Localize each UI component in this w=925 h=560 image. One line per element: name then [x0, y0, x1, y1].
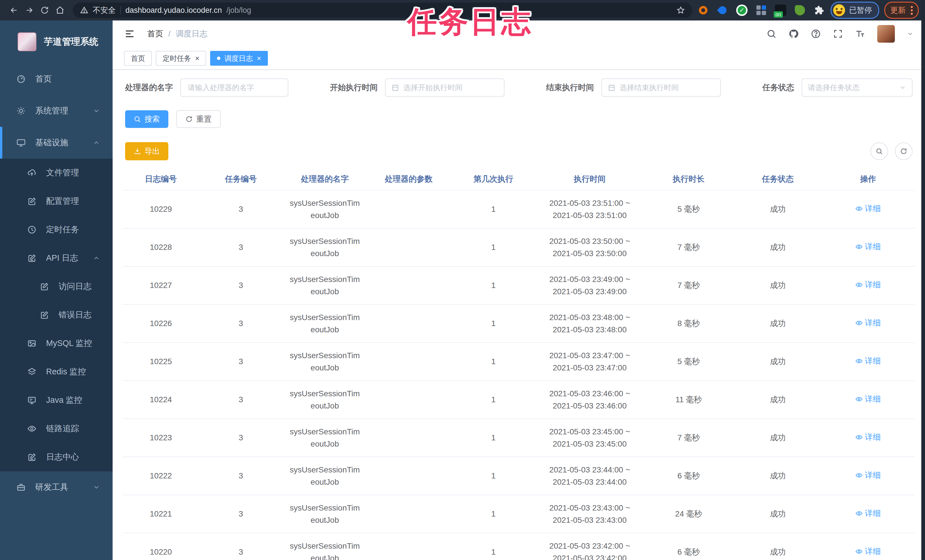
- back-icon[interactable]: [6, 3, 22, 18]
- sidebar-item-label: 系统管理: [35, 105, 68, 117]
- cell-handler-param: [367, 457, 451, 495]
- close-icon[interactable]: ×: [257, 54, 261, 62]
- cell-handler-param: [367, 533, 451, 560]
- export-button[interactable]: 导出: [125, 142, 168, 160]
- calendar-icon: [608, 84, 616, 92]
- detail-link[interactable]: 详细: [855, 317, 881, 329]
- hamburger-icon[interactable]: [124, 28, 136, 39]
- green-check-extension-icon[interactable]: ✓: [736, 5, 747, 16]
- sidebar-item-infra[interactable]: 基础设施: [0, 127, 113, 159]
- green-leaf-extension-icon[interactable]: [794, 5, 806, 16]
- not-secure-warning-icon: [80, 6, 88, 14]
- puzzle-extensions-icon[interactable]: [814, 5, 825, 16]
- sidebar-item-label: 访问日志: [59, 281, 92, 292]
- sidebar-item-log-center[interactable]: 日志中心: [0, 443, 113, 471]
- browser-update-button[interactable]: 更新: [884, 2, 919, 19]
- window-scrollbar[interactable]: [921, 0, 925, 560]
- sidebar-item-dev-tools[interactable]: 研发工具: [0, 471, 113, 503]
- detail-link[interactable]: 详细: [855, 241, 881, 253]
- detail-link[interactable]: 详细: [855, 469, 881, 481]
- column-header: 执行时长: [643, 168, 734, 190]
- cell-job-id: 3: [199, 304, 283, 343]
- status-label: 任务状态: [762, 82, 794, 93]
- cell-execute-time: 2021-05-03 23:44:00 ~ 2021-05-03 23:44:0…: [536, 457, 643, 495]
- detail-link[interactable]: 详细: [855, 202, 881, 215]
- sidebar-item-access-log[interactable]: 访问日志: [0, 272, 113, 301]
- sidebar-item-mysql[interactable]: MySQL 监控: [0, 329, 113, 358]
- sidebar-menu: 首页系统管理基础设施文件管理配置管理定时任务API 日志访问日志错误日志MySQ…: [0, 63, 113, 503]
- cell-execute-index: 1: [451, 381, 536, 419]
- sidebar-item-api-log[interactable]: API 日志: [0, 244, 113, 272]
- search-button[interactable]: 搜索: [125, 110, 168, 128]
- table-row: 102273sysUserSessionTim eoutJob12021-05-…: [123, 266, 915, 304]
- grid-extension-icon[interactable]: [756, 5, 767, 16]
- browser-menu-kebab-icon[interactable]: [911, 6, 913, 15]
- begin-time-input[interactable]: 选择开始执行时间: [385, 78, 505, 97]
- handler-name-input[interactable]: [180, 78, 288, 97]
- cell-handler-param: [367, 304, 451, 343]
- cell-status: 成功: [734, 419, 821, 457]
- cell-handler-name: sysUserSessionTim eoutJob: [283, 190, 367, 228]
- blue-drop-extension-icon[interactable]: [717, 5, 728, 16]
- tab-home[interactable]: 首页: [124, 51, 152, 66]
- detail-link[interactable]: 详细: [855, 393, 881, 405]
- sidebar-item-redis[interactable]: Redis 监控: [0, 358, 113, 386]
- home-icon[interactable]: [52, 3, 68, 18]
- cell-execute-index: 1: [451, 533, 536, 560]
- table-header-row: 日志编号任务编号处理器的名字处理器的参数第几次执行执行时间执行时长任务状态操作: [123, 168, 915, 190]
- on-badge-extension-icon[interactable]: on: [775, 5, 786, 16]
- cell-job-id: 3: [199, 343, 283, 381]
- sidebar-item-java[interactable]: Java 监控: [0, 386, 113, 414]
- bookmark-star-icon[interactable]: [676, 6, 685, 15]
- cell-log-id: 10220: [123, 533, 199, 560]
- filter-handler-group: 处理器的名字: [125, 78, 288, 97]
- detail-link[interactable]: 详细: [855, 431, 881, 443]
- reset-button[interactable]: 重置: [176, 110, 221, 128]
- cell-duration: 11 毫秒: [643, 381, 734, 419]
- cell-handler-name: sysUserSessionTim eoutJob: [283, 533, 367, 560]
- search-icon[interactable]: [766, 29, 777, 39]
- reload-icon[interactable]: [37, 3, 52, 18]
- end-time-input[interactable]: 选择结束执行时间: [601, 78, 721, 97]
- address-bar[interactable]: 不安全 dashboard.yudao.iocoder.cn/job/log: [73, 3, 692, 18]
- cell-handler-name: sysUserSessionTim eoutJob: [283, 266, 367, 304]
- detail-link[interactable]: 详细: [855, 507, 881, 519]
- cell-execute-time: 2021-05-03 23:45:00 ~ 2021-05-03 23:45:0…: [536, 419, 643, 457]
- font-size-icon[interactable]: [855, 29, 865, 39]
- orange-ring-extension-icon[interactable]: [698, 5, 709, 16]
- app-logo[interactable]: 芋道管理系统: [0, 21, 113, 63]
- breadcrumb-home[interactable]: 首页: [147, 29, 163, 39]
- fullscreen-icon[interactable]: [833, 29, 843, 39]
- sidebar-item-error-log[interactable]: 错误日志: [0, 301, 113, 329]
- caret-down-icon[interactable]: [907, 30, 914, 37]
- column-header: 日志编号: [123, 168, 199, 190]
- show-search-icon[interactable]: [871, 142, 888, 160]
- sidebar-item-config[interactable]: 配置管理: [0, 187, 113, 215]
- tab-job-log[interactable]: 调度日志×: [210, 51, 268, 66]
- refresh-icon[interactable]: [895, 142, 913, 160]
- tab-job[interactable]: 定时任务×: [156, 51, 206, 66]
- sidebar-item-trace[interactable]: 链路追踪: [0, 414, 113, 443]
- search-icon: [134, 115, 141, 123]
- sidebar-item-home[interactable]: 首页: [0, 63, 113, 95]
- column-header: 处理器的参数: [367, 168, 451, 190]
- cell-handler-param: [367, 419, 451, 457]
- github-icon[interactable]: [788, 29, 799, 39]
- sidebar-item-job[interactable]: 定时任务: [0, 215, 113, 244]
- detail-link[interactable]: 详细: [855, 278, 881, 291]
- detail-link[interactable]: 详细: [855, 355, 881, 367]
- cell-execute-time: 2021-05-03 23:43:00 ~ 2021-05-03 23:43:0…: [536, 495, 643, 533]
- active-tab-dot: [217, 57, 220, 60]
- user-avatar[interactable]: [877, 25, 895, 43]
- table-row: 102203sysUserSessionTim eoutJob12021-05-…: [123, 533, 915, 560]
- forward-icon[interactable]: [22, 3, 37, 18]
- detail-link[interactable]: 详细: [855, 545, 881, 557]
- sidebar-item-label: 基础设施: [35, 137, 68, 148]
- close-icon[interactable]: ×: [195, 54, 199, 62]
- question-icon[interactable]: [811, 29, 821, 39]
- status-select[interactable]: 请选择任务状态: [801, 78, 913, 97]
- monitor-icon: [17, 138, 26, 147]
- browser-profile-chip[interactable]: 已暂停: [831, 2, 879, 19]
- sidebar-item-file[interactable]: 文件管理: [0, 159, 113, 187]
- sidebar-item-system[interactable]: 系统管理: [0, 95, 113, 127]
